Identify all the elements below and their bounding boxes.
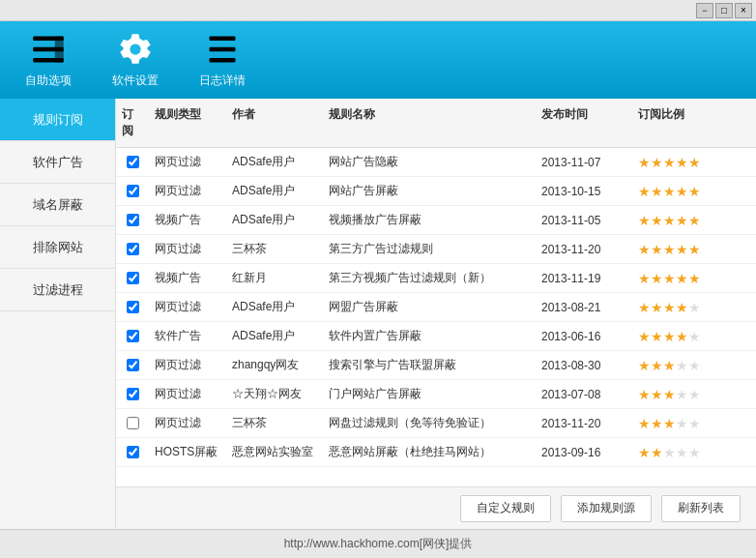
col-date: 发布时间 xyxy=(536,104,632,141)
subscribe-checkbox[interactable] xyxy=(127,359,139,371)
content-area: 订阅 规则类型 作者 规则名称 发布时间 订阅比例 网页过滤ADSafe用户网站… xyxy=(116,99,756,529)
stars-cell: ★★★★★ xyxy=(632,209,719,232)
subscribe-checkbox[interactable] xyxy=(127,243,139,255)
stars-cell: ★★★★★ xyxy=(632,412,719,435)
col-author: 作者 xyxy=(226,104,323,141)
stars-cell: ★★★★★ xyxy=(632,238,719,261)
subscribe-checkbox[interactable] xyxy=(127,301,139,313)
toolbar-settings[interactable]: 软件设置 xyxy=(106,32,164,89)
subscribe-checkbox-cell xyxy=(116,181,149,201)
table-row: 网页过滤zhangqy网友搜索引擎与广告联盟屏蔽2013-08-30★★★★★ xyxy=(116,351,756,380)
refresh-button[interactable]: 刷新列表 xyxy=(661,495,741,522)
date-cell: 2013-11-20 xyxy=(536,239,632,260)
stars-cell: ★★★★★ xyxy=(632,180,719,203)
subscribe-checkbox-cell xyxy=(116,442,149,462)
close-button[interactable]: × xyxy=(735,3,752,18)
table-row: 网页过滤三杯茶网盘过滤规则（免等待免验证）2013-11-20★★★★★ xyxy=(116,409,756,438)
bottom-bar: 自定义规则 添加规则源 刷新列表 xyxy=(116,486,756,529)
subscribe-checkbox-cell xyxy=(116,384,149,404)
date-cell: 2013-09-16 xyxy=(536,442,632,463)
rule-type-cell: 网页过滤 xyxy=(149,382,226,406)
rule-type-cell: 网页过滤 xyxy=(149,295,226,319)
author-cell: ADSafe用户 xyxy=(226,179,323,203)
svg-rect-7 xyxy=(210,58,236,63)
sidebar: 规则订阅 软件广告 域名屏蔽 排除网站 过滤进程 xyxy=(0,99,116,529)
rule-name-cell: 网站广告隐蔽 xyxy=(323,150,536,174)
sidebar-item-rule-subscribe[interactable]: 规则订阅 xyxy=(0,99,115,141)
subscribe-checkbox[interactable] xyxy=(127,272,139,284)
main-area: 规则订阅 软件广告 域名屏蔽 排除网站 过滤进程 订阅 规则类型 作者 规则名称… xyxy=(0,99,756,529)
rule-name-cell: 第三方广告过滤规则 xyxy=(323,237,536,261)
table-header: 订阅 规则类型 作者 规则名称 发布时间 订阅比例 xyxy=(116,99,756,148)
date-cell: 2013-11-07 xyxy=(536,152,632,173)
author-cell: 三杯茶 xyxy=(226,237,323,261)
toolbar-self-help[interactable]: 自助选项 xyxy=(19,32,77,89)
subscribe-checkbox[interactable] xyxy=(127,446,139,458)
status-bar: http://www.hackhome.com[网侠]提供 xyxy=(0,529,756,558)
date-cell: 2013-11-20 xyxy=(536,413,632,434)
maximize-button[interactable]: □ xyxy=(715,3,733,18)
date-cell: 2013-06-16 xyxy=(536,326,632,347)
table-row: 网页过滤☆天翔☆网友门户网站广告屏蔽2013-07-08★★★★★ xyxy=(116,380,756,409)
stars-cell: ★★★★★ xyxy=(632,267,719,290)
rule-type-cell: 视频广告 xyxy=(149,208,226,232)
stars-cell: ★★★★★ xyxy=(632,296,719,319)
table-row: 网页过滤ADSafe用户网站广告屏蔽2013-10-15★★★★★ xyxy=(116,177,756,206)
rule-name-cell: 网盟广告屏蔽 xyxy=(323,295,536,319)
table-row: 软件广告ADSafe用户软件内置广告屏蔽2013-06-16★★★★★ xyxy=(116,322,756,351)
sidebar-item-filter-process[interactable]: 过滤进程 xyxy=(0,269,115,311)
author-cell: 红新月 xyxy=(226,266,323,290)
rule-name-cell: 搜索引擎与广告联盟屏蔽 xyxy=(323,353,536,377)
svg-point-4 xyxy=(130,44,140,54)
menu-icon xyxy=(31,32,66,67)
subscribe-checkbox-cell xyxy=(116,152,149,172)
rule-type-cell: 网页过滤 xyxy=(149,353,226,377)
rule-name-cell: 门户网站广告屏蔽 xyxy=(323,382,536,406)
log-icon xyxy=(205,32,240,67)
rule-type-cell: 网页过滤 xyxy=(149,150,226,174)
minimize-button[interactable]: － xyxy=(696,3,713,18)
customize-rule-button[interactable]: 自定义规则 xyxy=(460,495,551,522)
toolbar-settings-label: 软件设置 xyxy=(112,73,159,89)
author-cell: ADSafe用户 xyxy=(226,150,323,174)
subscribe-checkbox[interactable] xyxy=(127,156,139,168)
table-row: 视频广告ADSafe用户视频播放广告屏蔽2013-11-05★★★★★ xyxy=(116,206,756,235)
subscribe-checkbox-cell xyxy=(116,355,149,375)
author-cell: zhangqy网友 xyxy=(226,353,323,377)
rule-type-cell: HOSTS屏蔽 xyxy=(149,440,226,464)
rule-name-cell: 第三方视频广告过滤规则（新） xyxy=(323,266,536,290)
svg-rect-6 xyxy=(210,46,236,51)
subscribe-checkbox-cell xyxy=(116,210,149,230)
author-cell: ADSafe用户 xyxy=(226,208,323,232)
subscribe-checkbox[interactable] xyxy=(127,330,139,342)
subscribe-checkbox-cell xyxy=(116,268,149,288)
table-row: 网页过滤ADSafe用户网盟广告屏蔽2013-08-21★★★★★ xyxy=(116,293,756,322)
date-cell: 2013-08-30 xyxy=(536,355,632,376)
subscribe-checkbox[interactable] xyxy=(127,214,139,226)
subscribe-checkbox[interactable] xyxy=(127,388,139,400)
table-row: 网页过滤ADSafe用户网站广告隐蔽2013-11-07★★★★★ xyxy=(116,148,756,177)
subscribe-checkbox[interactable] xyxy=(127,185,139,197)
rule-name-cell: 视频播放广告屏蔽 xyxy=(323,208,536,232)
toolbar-log[interactable]: 日志详情 xyxy=(193,32,251,89)
table-body: 网页过滤ADSafe用户网站广告隐蔽2013-11-07★★★★★网页过滤ADS… xyxy=(116,148,756,486)
date-cell: 2013-11-19 xyxy=(536,268,632,289)
stars-cell: ★★★★★ xyxy=(632,383,719,406)
toolbar-self-help-label: 自助选项 xyxy=(25,73,72,89)
col-name: 规则名称 xyxy=(323,104,536,141)
subscribe-checkbox-cell xyxy=(116,326,149,346)
subscribe-checkbox[interactable] xyxy=(127,417,139,429)
rule-name-cell: 恶意网站屏蔽（杜绝挂马网站） xyxy=(323,440,536,464)
sidebar-item-exclude-site[interactable]: 排除网站 xyxy=(0,226,115,269)
title-bar: － □ × xyxy=(0,0,756,21)
toolbar-log-label: 日志详情 xyxy=(199,73,246,89)
author-cell: ADSafe用户 xyxy=(226,324,323,348)
gear-icon xyxy=(118,32,153,67)
status-url: http://www.hackhome.com[网侠]提供 xyxy=(284,536,473,552)
sidebar-item-domain-block[interactable]: 域名屏蔽 xyxy=(0,184,115,226)
author-cell: 三杯茶 xyxy=(226,411,323,435)
rule-name-cell: 软件内置广告屏蔽 xyxy=(323,324,536,348)
subscribe-checkbox-cell xyxy=(116,297,149,317)
add-source-button[interactable]: 添加规则源 xyxy=(561,495,652,522)
sidebar-item-software-ad[interactable]: 软件广告 xyxy=(0,141,115,184)
